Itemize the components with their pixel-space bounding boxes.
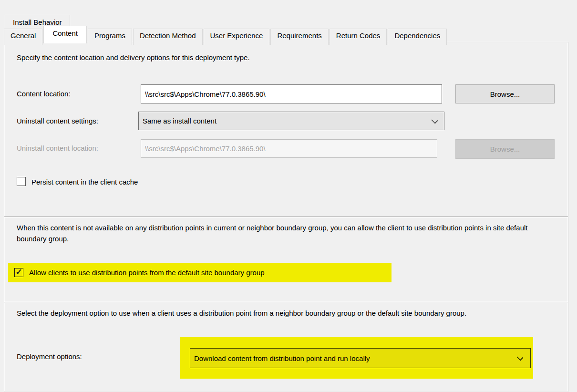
uninstall-location-label: Uninstall content location: — [17, 144, 98, 152]
tab-programs[interactable]: Programs — [88, 29, 132, 45]
section-divider — [4, 302, 568, 303]
deployment-note: Select the deployment option to use when… — [17, 308, 553, 319]
chevron-down-icon — [431, 117, 438, 124]
tab-general[interactable]: General — [4, 29, 42, 45]
content-location-label: Content location: — [17, 90, 71, 98]
deployment-options-value: Download content from distribution point… — [194, 354, 370, 362]
deployment-options-select[interactable]: Download content from distribution point… — [190, 348, 531, 368]
tab-dependencies[interactable]: Dependencies — [388, 29, 447, 45]
tab-install-behavior-label: Install Behavior — [13, 18, 62, 26]
tab-user-experience[interactable]: User Experience — [204, 29, 270, 45]
fallback-note: When this content is not available on an… — [17, 222, 553, 244]
uninstall-settings-label: Uninstall content settings: — [17, 117, 98, 125]
tab-strip: General Content Programs Detection Metho… — [4, 26, 448, 45]
chevron-down-icon — [516, 354, 523, 361]
allow-dp-highlight: Allow clients to use distribution points… — [8, 263, 392, 282]
uninstall-settings-value: Same as install content — [143, 117, 216, 125]
allow-dp-checkbox[interactable] — [14, 268, 23, 277]
persist-content-label: Persist content in the client cache — [31, 178, 138, 186]
tab-content[interactable]: Content — [43, 26, 87, 43]
persist-content-checkbox[interactable] — [17, 177, 26, 186]
section-divider — [4, 217, 568, 217]
browse-uninstall-button: Browse... — [455, 139, 555, 159]
deployment-options-label: Deployment options: — [17, 352, 82, 361]
content-location-input[interactable] — [141, 84, 442, 103]
allow-dp-label: Allow clients to use distribution points… — [29, 268, 265, 277]
uninstall-settings-select[interactable]: Same as install content — [138, 112, 444, 130]
intro-text: Specify the content location and deliver… — [17, 52, 556, 63]
tab-return-codes[interactable]: Return Codes — [330, 29, 387, 45]
browse-content-button[interactable]: Browse... — [455, 84, 555, 103]
content-tab-page: Specify the content location and deliver… — [4, 42, 568, 392]
tab-requirements[interactable]: Requirements — [270, 29, 328, 45]
uninstall-location-input — [141, 139, 437, 158]
tab-detection-method[interactable]: Detection Method — [133, 29, 203, 45]
deployment-options-highlight: Download content from distribution point… — [180, 337, 533, 379]
